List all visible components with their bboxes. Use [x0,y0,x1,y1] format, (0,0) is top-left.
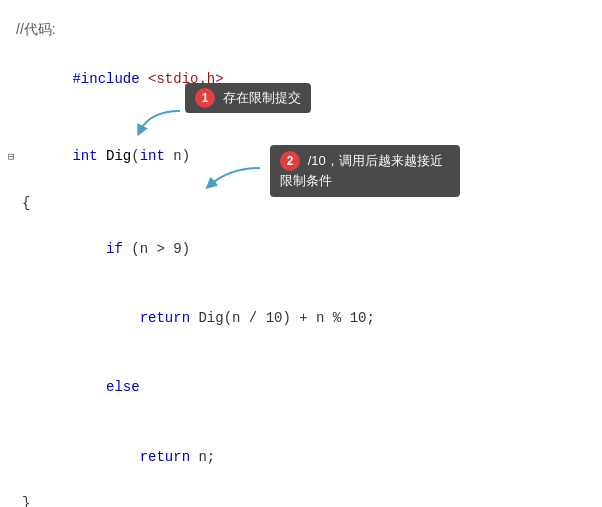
brace-1-text: { [22,192,30,215]
fold-spacer-2 [8,194,22,212]
fold-icon-dig[interactable]: ⊟ [8,148,22,166]
if-text: if (n > 9) [22,215,190,284]
code-header: //代码: [0,10,602,45]
fold-spacer-7 [8,494,22,507]
fold-spacer [8,71,22,89]
fold-spacer-3 [8,240,22,258]
fold-spacer-4 [8,310,22,328]
return-n-line: return n; [0,423,602,492]
else-text: else [22,353,140,422]
comment-header: //代码: [16,21,56,37]
code-container: //代码: #include <stdio.h> ⊟ int Dig(int n… [0,0,602,507]
return-n-text: return n; [22,423,215,492]
tooltip-2: 2 /10，调用后越来越接近限制条件 [270,145,460,197]
brace-close-1: } [0,492,602,507]
brace-close-1-text: } [22,492,30,507]
if-line: if (n > 9) [0,215,602,284]
tooltip-1: 1 存在限制提交 [185,83,311,113]
arrow-1-svg [130,103,190,143]
tooltip-1-text: 存在限制提交 [223,90,301,105]
badge-2: 2 [280,151,300,171]
fold-spacer-6 [8,448,22,466]
else-line: else [0,353,602,422]
arrow-2-svg [200,160,280,195]
badge-1: 1 [195,88,215,108]
fold-spacer-5 [8,379,22,397]
tooltip-2-text: /10，调用后越来越接近限制条件 [280,153,443,188]
return-dig-line: return Dig(n / 10) + n % 10; [0,284,602,353]
blank-line-1 [0,114,602,122]
return-dig-text: return Dig(n / 10) + n % 10; [22,284,375,353]
